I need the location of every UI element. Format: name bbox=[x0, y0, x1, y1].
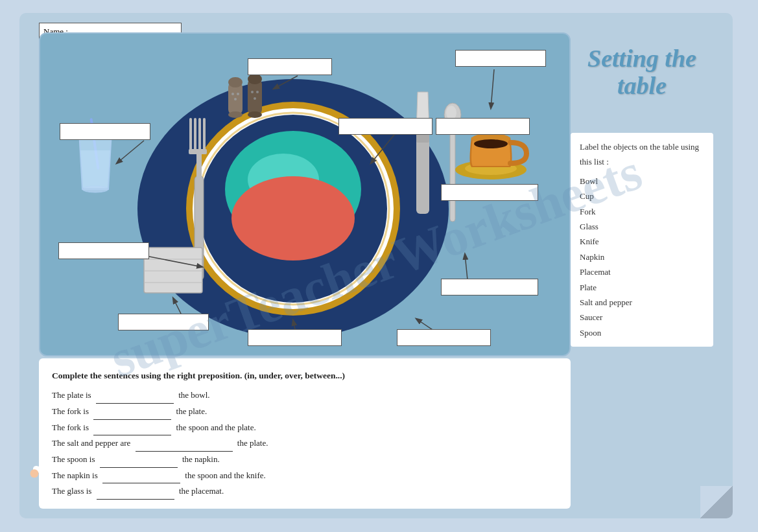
svg-point-65 bbox=[30, 469, 38, 478]
svg-point-32 bbox=[248, 111, 262, 118]
svg-point-25 bbox=[228, 77, 243, 87]
corner-curl bbox=[700, 486, 733, 518]
svg-rect-9 bbox=[196, 150, 202, 179]
label-bottom-left[interactable] bbox=[118, 314, 209, 330]
svg-rect-14 bbox=[189, 149, 207, 154]
svg-line-49 bbox=[491, 69, 494, 108]
word-spoon: Spoon bbox=[580, 325, 704, 340]
svg-point-29 bbox=[234, 98, 237, 100]
label-left-mid[interactable] bbox=[58, 242, 149, 259]
svg-point-26 bbox=[228, 111, 243, 118]
sentence-4: The salt and pepper are the plate. bbox=[52, 435, 558, 452]
label-upper-cup[interactable] bbox=[436, 118, 530, 135]
svg-rect-10 bbox=[189, 118, 192, 154]
word-saltpepper: Salt and pepper bbox=[580, 295, 704, 310]
svg-point-28 bbox=[237, 93, 239, 95]
svg-point-40 bbox=[474, 139, 508, 148]
label-bottom-center[interactable] bbox=[248, 329, 342, 346]
svg-point-34 bbox=[251, 91, 254, 93]
word-napkin: Napkin bbox=[580, 249, 704, 264]
sentences-instructions: Complete the sentences using the right p… bbox=[52, 367, 558, 384]
svg-point-6 bbox=[231, 176, 355, 260]
word-list-instructions: Label the objects on the table using thi… bbox=[580, 139, 704, 170]
svg-rect-30 bbox=[248, 79, 262, 115]
svg-rect-11 bbox=[194, 118, 196, 154]
svg-rect-41 bbox=[144, 248, 202, 293]
sentence-5: The spoon is the napkin. bbox=[52, 452, 558, 468]
word-glass: Glass bbox=[580, 219, 704, 234]
word-placemat: Placemat bbox=[580, 264, 704, 279]
svg-line-45 bbox=[117, 141, 144, 163]
word-cup: Cup bbox=[580, 189, 704, 203]
word-saucer: Saucer bbox=[580, 310, 704, 325]
sentence-3: The fork is the spoon and the plate. bbox=[52, 420, 558, 436]
sentence-6: The napkin is the spoon and the knife. bbox=[52, 468, 558, 484]
word-list-box: Label the objects on the table using thi… bbox=[571, 133, 713, 347]
diagram-area bbox=[39, 32, 571, 356]
svg-rect-12 bbox=[198, 118, 201, 154]
label-upper-left[interactable] bbox=[60, 123, 150, 140]
svg-point-36 bbox=[254, 97, 256, 100]
sentence-1: The plate is the bowl. bbox=[52, 387, 558, 404]
label-mid-right-bottom[interactable] bbox=[441, 279, 538, 295]
label-upper-center[interactable] bbox=[338, 118, 432, 135]
sentences-area: Complete the sentences using the right p… bbox=[39, 358, 571, 509]
page: Name : bbox=[19, 13, 733, 518]
word-bowl: Bowl bbox=[580, 174, 704, 189]
sentence-2: The fork is the plate. bbox=[52, 404, 558, 420]
label-top-right[interactable] bbox=[455, 50, 546, 67]
title: Setting the table bbox=[571, 45, 713, 100]
blank-7[interactable] bbox=[97, 499, 174, 500]
label-bottom-right[interactable] bbox=[397, 329, 491, 346]
label-mid-right-top[interactable] bbox=[441, 184, 538, 201]
svg-rect-13 bbox=[203, 118, 206, 154]
svg-point-35 bbox=[256, 91, 259, 93]
word-knife: Knife bbox=[580, 234, 704, 249]
word-fork: Fork bbox=[580, 204, 704, 219]
label-top-center[interactable] bbox=[248, 58, 332, 75]
svg-point-27 bbox=[231, 93, 234, 95]
word-plate: Plate bbox=[580, 280, 704, 295]
svg-rect-20 bbox=[450, 124, 455, 222]
sentence-7: The glass is the placemat. bbox=[52, 483, 558, 500]
